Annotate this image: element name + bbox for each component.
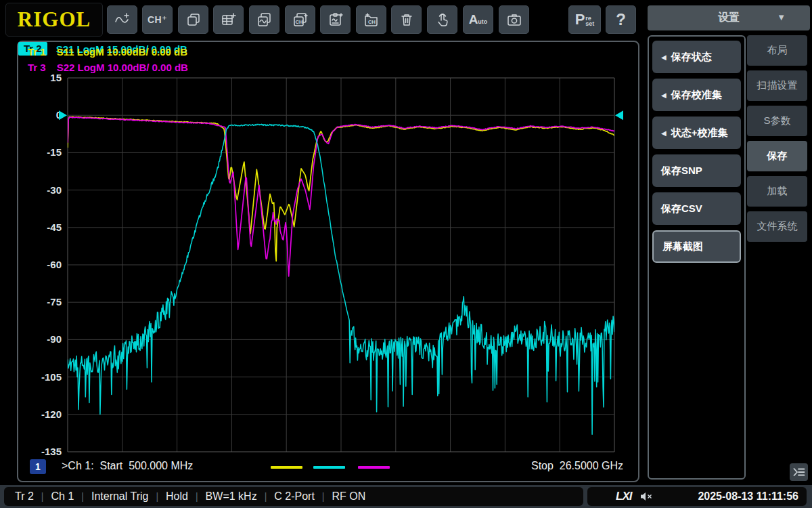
system-status-pill: LXI 2025-08-13 11:11:56 bbox=[587, 487, 807, 506]
sidebar-tab[interactable]: 保存 bbox=[747, 141, 807, 171]
preset-button[interactable]: P reset bbox=[568, 5, 601, 34]
add-channel-button[interactable]: CH⁺ bbox=[142, 5, 173, 34]
windows-button[interactable] bbox=[178, 5, 208, 34]
preset-icon: P reset bbox=[575, 11, 595, 28]
channel-badge[interactable]: 1 bbox=[30, 459, 46, 474]
status-segment: Ch 1 bbox=[51, 490, 74, 503]
help-icon: ? bbox=[616, 10, 626, 29]
sidebar-submenu-item[interactable]: ◀状态+校准集 bbox=[652, 117, 741, 149]
ref-level-marker-left[interactable] bbox=[59, 110, 67, 120]
y-axis-tick-label: -105 bbox=[41, 371, 62, 383]
help-button[interactable]: ? bbox=[606, 5, 636, 34]
y-axis-tick-label: -120 bbox=[41, 408, 62, 420]
status-segment: BW=1 kHz bbox=[206, 490, 257, 503]
status-separator: | bbox=[322, 491, 325, 502]
speaker-muted-icon[interactable] bbox=[639, 491, 653, 502]
datetime-label: 2025-08-13 11:11:56 bbox=[698, 490, 798, 503]
channel-folder-button[interactable]: CH bbox=[356, 5, 386, 34]
trace-settings-button[interactable] bbox=[320, 5, 351, 34]
y-axis-tick-label: -60 bbox=[47, 259, 62, 270]
status-separator: | bbox=[41, 491, 44, 502]
trace3-swatch bbox=[358, 466, 390, 469]
sweep-start-label[interactable]: >Ch 1: Start 500.000 MHz bbox=[62, 460, 193, 472]
sidebar-tabs: 布局扫描设置S参数保存加载文件系统 bbox=[747, 35, 807, 247]
camera-icon bbox=[506, 12, 522, 27]
sidebar-tab[interactable]: 扫描设置 bbox=[747, 70, 807, 101]
ref-level-marker-right[interactable] bbox=[615, 110, 623, 120]
status-segment: RF ON bbox=[332, 490, 365, 503]
copy-channel-button[interactable]: CH bbox=[285, 5, 315, 34]
submenu-expand-left-icon: ◀ bbox=[661, 54, 667, 61]
channel-info-row: 1 >Ch 1: Start 500.000 MHz Stop 26.5000 … bbox=[18, 458, 638, 478]
sidebar-tab[interactable]: S参数 bbox=[747, 106, 807, 136]
svg-text:CH: CH bbox=[368, 19, 376, 25]
add-trace-button[interactable] bbox=[107, 5, 137, 34]
windows-icon bbox=[186, 12, 201, 27]
y-axis-tick-label: -15 bbox=[47, 146, 62, 158]
rigol-logo: RIGOL bbox=[18, 7, 91, 33]
chevron-down-icon: ▼ bbox=[777, 12, 786, 22]
sidebar-tab[interactable]: 加载 bbox=[747, 176, 807, 207]
sidebar-submenu-item[interactable]: 屏幕截图 bbox=[652, 230, 741, 263]
table-add-icon bbox=[221, 12, 237, 27]
plot-area[interactable]: 150-15-30-45-60-75-90-105-120-135 bbox=[18, 42, 638, 481]
y-axis-tick-label: -75 bbox=[47, 296, 62, 308]
y-axis-tick-label: -135 bbox=[41, 446, 62, 457]
copy-trace-button[interactable] bbox=[249, 5, 279, 34]
sidebar-submenu-panel: ◀保存状态◀保存校准集◀状态+校准集保存SNP保存CSV屏幕截图 bbox=[648, 35, 746, 480]
sweep-stop-label: Stop 26.5000 GHz bbox=[531, 460, 623, 472]
sidebar-tab[interactable]: 布局 bbox=[747, 35, 807, 66]
screenshot-button[interactable] bbox=[499, 5, 529, 34]
sidebar-submenu-item[interactable]: ◀保存状态 bbox=[652, 41, 741, 73]
lxi-badge: LXI bbox=[616, 490, 631, 503]
submenu-expand-left-icon: ◀ bbox=[661, 129, 667, 137]
status-segment: Hold bbox=[166, 490, 188, 503]
copy-trace-icon bbox=[256, 12, 273, 27]
y-axis-tick-label: -30 bbox=[47, 184, 62, 196]
status-segment: Tr 2 bbox=[15, 490, 34, 503]
status-pill: Tr 2|Ch 1|Internal Trig|Hold|BW=1 kHz|C … bbox=[4, 487, 583, 506]
sidebar-submenu-item[interactable]: 保存CSV bbox=[652, 192, 741, 225]
settings-sidebar: 设置 ▼ ◀保存状态◀保存校准集◀状态+校准集保存SNP保存CSV屏幕截图 布局… bbox=[643, 0, 812, 485]
status-separator: | bbox=[196, 491, 198, 502]
submenu-item-label: 保存CSV bbox=[661, 203, 702, 215]
trash-icon bbox=[399, 12, 414, 27]
submenu-item-label: 状态+校准集 bbox=[671, 127, 728, 140]
collapse-menu-button[interactable] bbox=[790, 463, 808, 481]
touch-icon bbox=[435, 12, 450, 28]
submenu-expand-left-icon: ◀ bbox=[661, 91, 667, 99]
channel-folder-icon: CH bbox=[363, 12, 380, 27]
sidebar-tab[interactable]: 文件系统 bbox=[747, 211, 807, 242]
submenu-item-label: 屏幕截图 bbox=[662, 240, 703, 253]
sidebar-title: 设置 bbox=[718, 11, 740, 25]
status-separator: | bbox=[81, 491, 84, 502]
status-segment: C 2-Port bbox=[274, 490, 315, 503]
copy-channel-icon: CH bbox=[292, 12, 309, 27]
svg-text:CH: CH bbox=[295, 19, 302, 25]
collapse-menu-icon bbox=[792, 466, 806, 478]
y-axis-tick-label: -90 bbox=[47, 333, 62, 345]
channel-window: Tr 1 S11 LogM 10.00dB/ 0.00 dB Tr 3 S22 … bbox=[17, 41, 639, 482]
submenu-item-label: 保存状态 bbox=[671, 51, 712, 64]
trace2-swatch bbox=[313, 466, 345, 469]
trace-settings-icon bbox=[328, 12, 344, 27]
delete-button[interactable] bbox=[391, 5, 422, 34]
sidebar-submenu-item[interactable]: 保存SNP bbox=[652, 154, 741, 187]
logo-box: RIGOL bbox=[5, 3, 103, 37]
touch-button[interactable] bbox=[427, 5, 457, 34]
submenu-item-label: 保存SNP bbox=[661, 165, 702, 177]
sidebar-submenu-item[interactable]: ◀保存校准集 bbox=[652, 79, 741, 111]
sidebar-header-dropdown[interactable]: 设置 ▼ bbox=[648, 5, 810, 30]
status-segment: Internal Trig bbox=[91, 490, 148, 503]
y-axis-tick-label: 15 bbox=[50, 72, 62, 83]
status-bar: Tr 2|Ch 1|Internal Trig|Hold|BW=1 kHz|C … bbox=[0, 485, 812, 508]
table-add-button[interactable] bbox=[213, 5, 244, 34]
auto-icon: Auto bbox=[469, 12, 488, 27]
add-channel-icon: CH⁺ bbox=[148, 14, 167, 25]
add-trace-icon bbox=[114, 12, 131, 28]
trace1-swatch bbox=[271, 466, 302, 469]
status-separator: | bbox=[265, 491, 267, 502]
status-separator: | bbox=[156, 491, 158, 502]
submenu-item-label: 保存校准集 bbox=[671, 89, 722, 102]
auto-scale-button[interactable]: Auto bbox=[463, 5, 493, 34]
